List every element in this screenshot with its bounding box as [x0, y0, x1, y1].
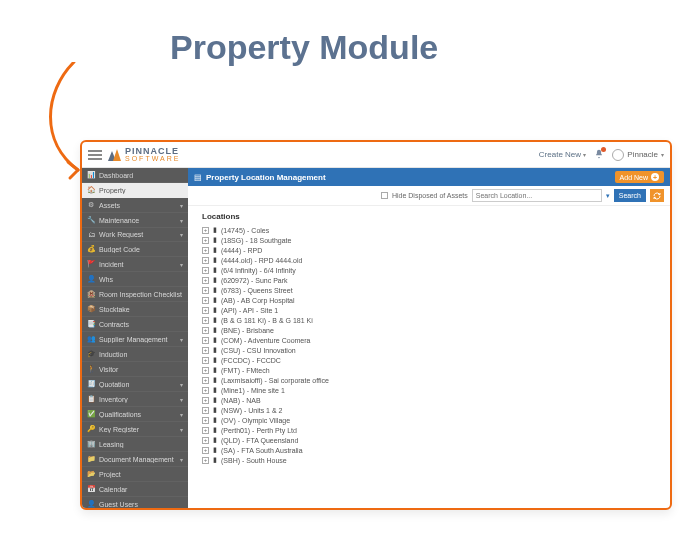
sidebar-item-label: Work Request	[99, 231, 176, 238]
expand-icon[interactable]: +	[202, 277, 209, 284]
expand-icon[interactable]: +	[202, 367, 209, 374]
sidebar-item-property[interactable]: 🏠Property	[82, 183, 188, 198]
location-row[interactable]: +▮(NAB) - NAB	[202, 395, 660, 405]
location-label: (SBH) - South House	[221, 457, 287, 464]
sidebar-item-budget-code[interactable]: 💰Budget Code	[82, 242, 188, 257]
location-row[interactable]: +▮(14745) - Coles	[202, 225, 660, 235]
file-icon: ▮	[213, 276, 217, 284]
location-row[interactable]: +▮(BNE) - Brisbane	[202, 325, 660, 335]
location-row[interactable]: +▮(6783) - Queens Street	[202, 285, 660, 295]
location-row[interactable]: +▮(Perth01) - Perth Pty Ltd	[202, 425, 660, 435]
expand-icon[interactable]: +	[202, 227, 209, 234]
location-row[interactable]: +▮(API) - API - Site 1	[202, 305, 660, 315]
sidebar-item-contracts[interactable]: 📑Contracts	[82, 317, 188, 332]
location-row[interactable]: +▮(QLD) - FTA Queensland	[202, 435, 660, 445]
file-icon: ▮	[213, 346, 217, 354]
location-row[interactable]: +▮(CSU) - CSU Innovation	[202, 345, 660, 355]
sidebar-item-key-register[interactable]: 🔑Key Register▾	[82, 422, 188, 437]
add-new-button[interactable]: Add New +	[615, 171, 664, 183]
location-row[interactable]: +▮(AB) - AB Corp Hospital	[202, 295, 660, 305]
expand-icon[interactable]: +	[202, 427, 209, 434]
location-row[interactable]: +▮(4444) - RPD	[202, 245, 660, 255]
sidebar-item-label: Induction	[99, 351, 183, 358]
search-button[interactable]: Search	[614, 189, 646, 202]
expand-icon[interactable]: +	[202, 417, 209, 424]
hide-disposed-checkbox[interactable]	[381, 192, 388, 199]
file-icon: ▮	[213, 406, 217, 414]
sidebar-item-induction[interactable]: 🎓Induction	[82, 347, 188, 362]
sidebar-item-room-inspection-checklist[interactable]: 🏨Room Inspection Checklist	[82, 287, 188, 302]
location-row[interactable]: +▮(B & G 181 Ki) - B & G 181 Ki	[202, 315, 660, 325]
expand-icon[interactable]: +	[202, 327, 209, 334]
menu-icon: 🔧	[87, 216, 95, 224]
location-row[interactable]: +▮(6/4 Infinity) - 6/4 Infinity	[202, 265, 660, 275]
location-row[interactable]: +▮(SBH) - South House	[202, 455, 660, 465]
sidebar-item-work-request[interactable]: 🗂Work Request▾	[82, 228, 188, 242]
expand-icon[interactable]: +	[202, 377, 209, 384]
sidebar-item-incident[interactable]: 🚩Incident▾	[82, 257, 188, 272]
location-label: (14745) - Coles	[221, 227, 269, 234]
hamburger-icon[interactable]	[88, 148, 102, 162]
expand-icon[interactable]: +	[202, 397, 209, 404]
refresh-button[interactable]	[650, 189, 664, 202]
expand-icon[interactable]: +	[202, 337, 209, 344]
location-row[interactable]: +▮(620972) - Sunc Park	[202, 275, 660, 285]
sidebar-item-visitor[interactable]: 🚶Visitor	[82, 362, 188, 377]
expand-icon[interactable]: +	[202, 317, 209, 324]
menu-icon: 🚶	[87, 365, 95, 373]
search-location-input[interactable]	[472, 189, 602, 202]
location-row[interactable]: +▮(FMT) - FMtech	[202, 365, 660, 375]
file-icon: ▮	[213, 246, 217, 254]
sidebar-item-dashboard[interactable]: 📊Dashboard	[82, 168, 188, 183]
expand-icon[interactable]: +	[202, 287, 209, 294]
filter-bar: Hide Disposed of Assets ▾ Search	[188, 186, 670, 206]
menu-icon: ⚙	[87, 201, 95, 209]
expand-icon[interactable]: +	[202, 267, 209, 274]
expand-icon[interactable]: +	[202, 407, 209, 414]
location-row[interactable]: +▮(FCCDC) - FCCDC	[202, 355, 660, 365]
location-row[interactable]: +▮(Mine1) - Mine site 1	[202, 385, 660, 395]
sidebar-item-calendar[interactable]: 📅Calendar	[82, 482, 188, 497]
create-new-link[interactable]: Create New ▾	[539, 150, 586, 159]
sidebar-item-quotation[interactable]: 🧾Quotation▾	[82, 377, 188, 392]
expand-icon[interactable]: +	[202, 387, 209, 394]
sidebar-item-maintenance[interactable]: 🔧Maintenance▾	[82, 213, 188, 228]
sidebar-item-whs[interactable]: 👤Whs	[82, 272, 188, 287]
location-row[interactable]: +▮(Laxmisaioffi) - Sai corporate office	[202, 375, 660, 385]
expand-icon[interactable]: +	[202, 237, 209, 244]
location-label: (QLD) - FTA Queensland	[221, 437, 298, 444]
refresh-icon	[653, 192, 661, 200]
sidebar-item-assets[interactable]: ⚙Assets▾	[82, 198, 188, 213]
location-row[interactable]: +▮(18SG) - 18 Southgate	[202, 235, 660, 245]
sidebar-item-guest-users[interactable]: 👤Guest Users	[82, 497, 188, 508]
location-row[interactable]: +▮(OV) - Olympic Village	[202, 415, 660, 425]
expand-icon[interactable]: +	[202, 457, 209, 464]
user-menu[interactable]: Pinnacle ▾	[612, 149, 664, 161]
sidebar-item-project[interactable]: 📂Project	[82, 467, 188, 482]
expand-icon[interactable]: +	[202, 307, 209, 314]
location-label: (6783) - Queens Street	[221, 287, 293, 294]
dropdown-toggle[interactable]: ▾	[606, 192, 610, 200]
location-row[interactable]: +▮(NSW) - Units 1 & 2	[202, 405, 660, 415]
sidebar-item-document-management[interactable]: 📁Document Management▾	[82, 452, 188, 467]
location-row[interactable]: +▮(SA) - FTA South Australia	[202, 445, 660, 455]
sidebar-item-supplier-management[interactable]: 👥Supplier Management▾	[82, 332, 188, 347]
expand-icon[interactable]: +	[202, 247, 209, 254]
expand-icon[interactable]: +	[202, 447, 209, 454]
notifications-icon[interactable]	[594, 149, 604, 161]
expand-icon[interactable]: +	[202, 357, 209, 364]
sidebar-item-stocktake[interactable]: 📦Stocktake	[82, 302, 188, 317]
location-label: (4444) - RPD	[221, 247, 262, 254]
sidebar-item-inventory[interactable]: 📋Inventory▾	[82, 392, 188, 407]
location-row[interactable]: +▮(COM) - Adventure Coomera	[202, 335, 660, 345]
chevron-down-icon: ▾	[180, 381, 183, 388]
logo-text-bottom: SOFTWARE	[125, 155, 180, 163]
expand-icon[interactable]: +	[202, 257, 209, 264]
sidebar-item-leasing[interactable]: 🏢Leasing	[82, 437, 188, 452]
expand-icon[interactable]: +	[202, 297, 209, 304]
expand-icon[interactable]: +	[202, 347, 209, 354]
sidebar-item-qualifications[interactable]: ✅Qualifications▾	[82, 407, 188, 422]
expand-icon[interactable]: +	[202, 437, 209, 444]
menu-icon: 📂	[87, 470, 95, 478]
location-row[interactable]: +▮(4444.old) - RPD 4444.old	[202, 255, 660, 265]
